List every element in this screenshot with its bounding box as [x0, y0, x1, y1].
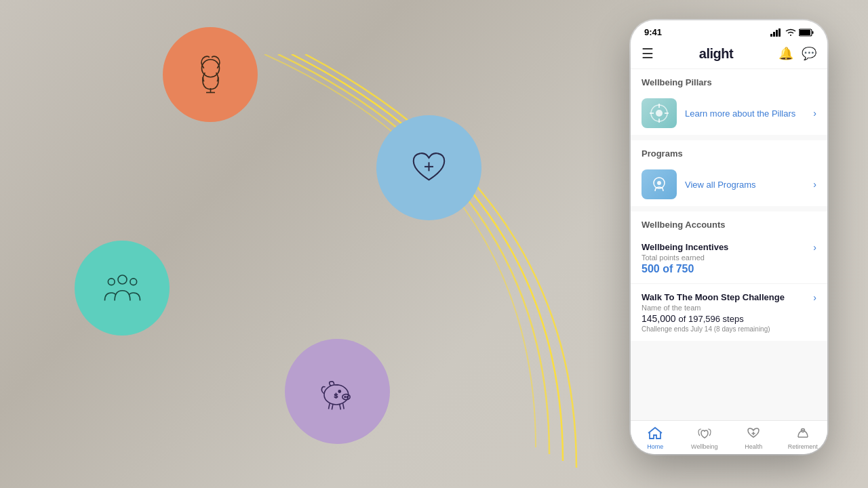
step-challenge-name: Walk To The Moon Step Challenge — [642, 292, 813, 302]
svg-point-11 — [347, 396, 348, 398]
programs-thumb — [642, 169, 677, 199]
bottom-nav: Home Wellbeing Health — [631, 420, 827, 454]
svg-rect-25 — [812, 31, 814, 34]
programs-section: Programs View all Programs › — [631, 140, 827, 206]
svg-point-10 — [344, 396, 346, 398]
people-circle — [75, 241, 170, 336]
wellbeing-incentives-item[interactable]: Wellbeing Incentives Total points earned… — [631, 234, 827, 284]
incentives-name: Wellbeing Incentives — [642, 242, 813, 252]
svg-point-27 — [656, 110, 663, 117]
battery-icon — [799, 28, 814, 37]
svg-rect-19 — [770, 34, 772, 37]
svg-line-18 — [343, 403, 344, 409]
nav-home-label: Home — [647, 443, 663, 450]
svg-rect-20 — [773, 32, 775, 37]
svg-line-17 — [340, 404, 341, 409]
step-challenge-steps-total: of 197,596 steps — [679, 314, 744, 324]
incentives-chevron: › — [813, 242, 816, 253]
svg-point-33 — [657, 181, 661, 185]
wellbeing-pillars-section: Wellbeing Pillars Learn more about the P… — [631, 69, 827, 135]
nav-health-label: Health — [745, 443, 762, 450]
svg-rect-21 — [776, 30, 778, 37]
wellbeing-icon — [697, 426, 712, 442]
incentives-info: Wellbeing Incentives Total points earned… — [642, 242, 813, 275]
step-challenge-info: Walk To The Moon Step Challenge Name of … — [642, 292, 813, 333]
menu-icon[interactable]: ☰ — [642, 45, 654, 62]
brain-circle — [163, 27, 258, 122]
home-icon — [648, 426, 663, 442]
step-challenge-team-label: Name of the team — [642, 304, 813, 312]
svg-line-15 — [329, 403, 330, 409]
nav-wellbeing-label: Wellbeing — [691, 443, 717, 450]
brain-icon — [189, 53, 233, 97]
programs-link-text: View all Programs — [685, 180, 805, 190]
svg-rect-24 — [800, 30, 810, 35]
step-challenge-steps: 145,000 of 197,596 steps — [642, 313, 813, 324]
step-challenge-item[interactable]: Walk To The Moon Step Challenge Name of … — [631, 284, 827, 341]
pillars-chevron: › — [813, 108, 816, 119]
step-challenge-chevron: › — [813, 292, 816, 303]
app-logo: alight — [699, 46, 733, 62]
programs-chevron: › — [813, 179, 816, 190]
pillars-link[interactable]: Learn more about the Pillars › — [631, 92, 827, 135]
status-bar: 9:41 — [631, 20, 827, 41]
nav-wellbeing[interactable]: Wellbeing — [680, 421, 730, 454]
svg-point-6 — [108, 278, 115, 285]
pillars-link-text: Learn more about the Pillars — [685, 108, 805, 119]
health-icon — [746, 426, 761, 442]
piggy-bank-icon: $ — [315, 369, 359, 413]
incentives-value: 500 of 750 — [642, 263, 813, 275]
wifi-icon — [785, 28, 796, 37]
app-header: ☰ alight 🔔 💬 — [631, 41, 827, 69]
signal-icon — [770, 28, 783, 37]
svg-rect-22 — [778, 28, 781, 37]
incentives-sublabel: Total points earned — [642, 253, 813, 262]
programs-link[interactable]: View all Programs › — [631, 163, 827, 206]
health-circle — [376, 115, 481, 220]
svg-point-12 — [338, 390, 340, 392]
people-icon — [100, 266, 144, 310]
wellbeing-accounts-title: Wellbeing Accounts — [631, 211, 827, 234]
svg-text:$: $ — [334, 392, 338, 399]
step-challenge-ends: Challenge ends July 14 (8 days remaining… — [642, 325, 813, 333]
phone-mockup: 9:41 ☰ alight — [631, 20, 827, 454]
piggybank-circle: $ — [285, 339, 390, 444]
step-challenge-steps-value: 145,000 — [642, 313, 676, 324]
header-icons: 🔔 💬 — [778, 46, 816, 61]
wellbeing-pillars-title: Wellbeing Pillars — [631, 69, 827, 92]
message-icon[interactable]: 💬 — [802, 46, 816, 61]
pillars-thumb — [642, 98, 677, 128]
pillars-thumb-icon — [646, 101, 673, 125]
bottom-spacer — [631, 346, 827, 352]
heart-medical-icon — [407, 146, 451, 190]
nav-health[interactable]: Health — [729, 421, 778, 454]
bell-icon[interactable]: 🔔 — [778, 46, 793, 61]
retirement-icon — [795, 426, 810, 442]
status-icons — [770, 28, 814, 37]
svg-point-5 — [118, 275, 127, 284]
svg-line-16 — [332, 404, 333, 409]
phone-content[interactable]: Wellbeing Pillars Learn more about the P… — [631, 69, 827, 420]
status-time: 9:41 — [644, 27, 662, 37]
svg-point-7 — [130, 278, 136, 285]
nav-retirement-label: Retirement — [788, 443, 818, 450]
programs-title: Programs — [631, 140, 827, 163]
programs-thumb-icon — [646, 172, 673, 197]
wellbeing-accounts-section: Wellbeing Accounts Wellbeing Incentives … — [631, 211, 827, 341]
